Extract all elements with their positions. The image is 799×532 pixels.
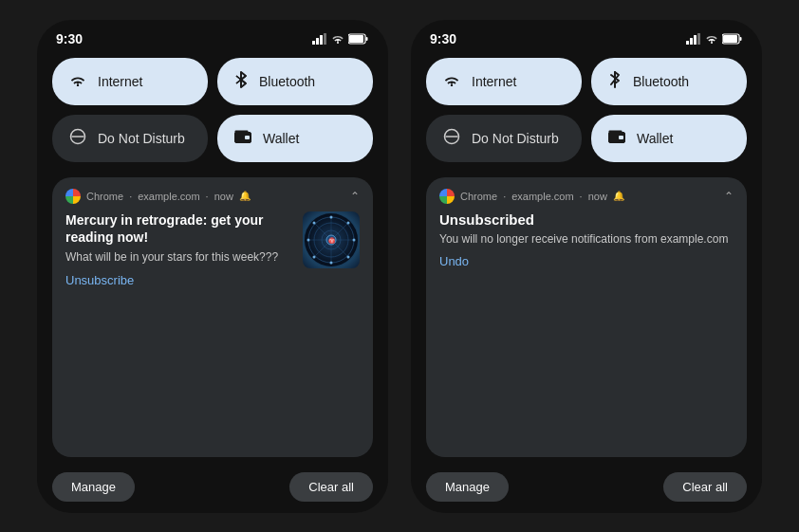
notif-body-right: You will no longer receive notifications… <box>439 231 734 248</box>
notif-content-row-left: Mercury in retrograde: get your reading … <box>65 211 360 287</box>
phone-right: 9:30 <box>411 20 762 513</box>
time-left: 9:30 <box>56 31 83 46</box>
svg-point-41 <box>711 42 713 44</box>
notif-app-info-right: Chrome · example.com · now 🔔 <box>439 189 624 204</box>
tile-dnd-right[interactable]: Do Not Disturb <box>426 115 582 162</box>
notif-actions-right: Manage Clear all <box>426 472 747 502</box>
notif-time-left: now <box>214 191 233 202</box>
notif-app-right: Chrome <box>460 191 497 202</box>
svg-point-45 <box>451 83 453 85</box>
dnd-icon-right <box>443 128 460 149</box>
bluetooth-icon-right <box>608 71 622 92</box>
svg-point-34 <box>313 255 316 258</box>
svg-rect-38 <box>690 38 693 45</box>
clear-all-button-right[interactable]: Clear all <box>663 472 747 502</box>
dnd-icon-left <box>69 128 86 149</box>
notif-header-right: Chrome · example.com · now 🔔 ⌃ <box>439 189 734 204</box>
svg-point-8 <box>77 83 79 85</box>
notif-domain-left: example.com <box>138 191 199 202</box>
chevron-up-right[interactable]: ⌃ <box>724 190 734 203</box>
tile-wallet-label-left: Wallet <box>263 131 299 146</box>
svg-rect-17 <box>235 130 249 135</box>
undo-link-right[interactable]: Undo <box>439 254 734 268</box>
unsubscribe-link-left[interactable]: Unsubscribe <box>65 273 293 287</box>
tile-bluetooth-right[interactable]: Bluetooth <box>591 58 747 105</box>
svg-rect-40 <box>697 33 700 45</box>
bell-icon-left: 🔔 <box>239 191 251 201</box>
battery-icon-right <box>722 33 743 45</box>
svg-point-32 <box>313 221 316 224</box>
tile-bluetooth-label-right: Bluetooth <box>633 74 689 89</box>
tile-internet-label-left: Internet <box>98 74 142 89</box>
notif-domain-right: example.com <box>511 191 573 202</box>
time-right: 9:30 <box>430 31 456 46</box>
svg-point-29 <box>330 261 333 264</box>
wallet-icon-right <box>608 130 625 147</box>
tile-wallet-left[interactable]: Wallet <box>217 115 373 162</box>
svg-point-31 <box>347 221 350 224</box>
notification-area-left: Chrome · example.com · now 🔔 ⌃ Mercury i… <box>37 174 388 513</box>
battery-icon-left <box>348 33 369 45</box>
svg-point-30 <box>307 238 310 241</box>
tile-dnd-label-left: Do Not Disturb <box>98 131 185 146</box>
chevron-up-left[interactable]: ⌃ <box>350 190 360 203</box>
bluetooth-icon-left <box>234 71 248 92</box>
tile-bluetooth-label-left: Bluetooth <box>259 74 315 89</box>
svg-text:♈: ♈ <box>328 237 336 245</box>
notif-actions-left: Manage Clear all <box>52 472 373 502</box>
svg-rect-7 <box>366 37 368 41</box>
notif-body-left: What will be in your stars for this week… <box>65 249 293 266</box>
status-bar-left: 9:30 <box>37 20 388 54</box>
svg-point-33 <box>347 255 350 258</box>
manage-button-left[interactable]: Manage <box>52 472 135 502</box>
svg-point-4 <box>337 42 339 44</box>
manage-button-right[interactable]: Manage <box>426 472 509 502</box>
svg-rect-3 <box>324 33 326 45</box>
notification-area-right: Chrome · example.com · now 🔔 ⌃ Unsubscri… <box>411 174 762 513</box>
tile-bluetooth-left[interactable]: Bluetooth <box>217 58 373 105</box>
svg-rect-0 <box>312 41 315 45</box>
status-icons-right <box>686 33 743 45</box>
notif-thumbnail-left: ♈ <box>303 211 360 268</box>
tile-wallet-label-right: Wallet <box>637 131 673 146</box>
tile-dnd-label-right: Do Not Disturb <box>472 131 559 146</box>
notification-card-right: Chrome · example.com · now 🔔 ⌃ Unsubscri… <box>426 177 747 457</box>
status-bar-right: 9:30 <box>411 20 762 54</box>
clear-all-button-left[interactable]: Clear all <box>289 472 373 502</box>
bell-icon-right: 🔔 <box>613 191 624 201</box>
svg-rect-39 <box>694 35 697 45</box>
status-icons-left <box>312 33 369 45</box>
svg-rect-43 <box>723 35 737 43</box>
tile-internet-right[interactable]: Internet <box>426 58 582 105</box>
notif-time-right: now <box>588 191 607 202</box>
signal-icon-left <box>312 33 327 45</box>
quick-settings-left: Internet Bluetooth <box>37 54 388 174</box>
notif-app-left: Chrome <box>86 191 123 202</box>
phone-left: 9:30 <box>37 20 388 513</box>
svg-rect-6 <box>349 35 363 43</box>
tile-dnd-left[interactable]: Do Not Disturb <box>52 115 208 162</box>
svg-rect-50 <box>609 130 622 135</box>
svg-rect-2 <box>320 35 323 45</box>
tile-internet-label-right: Internet <box>472 74 516 89</box>
svg-rect-44 <box>740 37 742 41</box>
notif-app-info-left: Chrome · example.com · now 🔔 <box>65 189 251 204</box>
notif-title-right: Unsubscribed <box>439 211 734 228</box>
notification-card-left: Chrome · example.com · now 🔔 ⌃ Mercury i… <box>52 177 373 457</box>
chrome-icon-right <box>439 189 455 204</box>
svg-point-28 <box>353 238 356 241</box>
svg-point-27 <box>330 215 333 218</box>
svg-rect-18 <box>245 136 250 139</box>
wifi-status-icon-left <box>331 33 344 44</box>
notif-title-left: Mercury in retrograde: get your reading … <box>65 211 293 246</box>
tile-internet-left[interactable]: Internet <box>52 58 208 105</box>
quick-settings-right: Internet Bluetooth Do Not Disturb <box>411 54 762 174</box>
chrome-icon-left <box>65 189 81 204</box>
notif-header-left: Chrome · example.com · now 🔔 ⌃ <box>65 189 360 204</box>
wifi-status-icon-right <box>705 33 718 44</box>
wifi-icon-right <box>443 73 460 90</box>
notif-text-left: Mercury in retrograde: get your reading … <box>65 211 293 287</box>
wallet-icon-left <box>234 130 251 147</box>
signal-icon-right <box>686 33 701 45</box>
tile-wallet-right[interactable]: Wallet <box>591 115 747 162</box>
